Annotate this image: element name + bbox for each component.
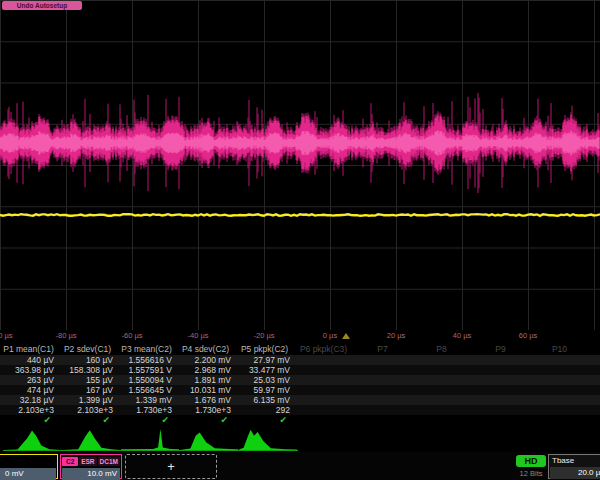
measure-param-header[interactable]: P3 mean(C2) [118,344,177,355]
measure-value-cell: 32.18 µV [0,395,59,405]
measure-value-cell: 33.477 mV [236,365,295,375]
c2-vertical-scale: 10.0 mV [62,468,120,480]
measure-value-cell [354,405,413,415]
histicon-thumbnail[interactable] [239,427,298,452]
measure-value-cell: 1.730e+3 [118,405,177,415]
measure-status-check [472,415,531,426]
histicon-thumbnail[interactable] [121,427,180,452]
time-axis-label: 0 µs [323,331,337,340]
measure-value-cell: 1.676 mV [177,395,236,405]
measure-status-check: ✔ [177,415,236,426]
time-axis: -100 µs-80 µs-60 µs-40 µs-20 µs0 µs20 µs… [0,330,600,344]
measure-value-cell: 263 µV [0,375,59,385]
measure-table: P1 mean(C1)P2 sdev(C1)P3 mean(C2)P4 sdev… [0,344,600,427]
measure-value-cell [295,385,354,395]
measure-value-cell [531,365,590,375]
measure-value-cell: 6.135 mV [236,395,295,405]
measure-param-header[interactable]: P5 pkpk(C2) [236,344,295,355]
measure-value-cell [354,365,413,375]
measure-param-header[interactable]: P11 [590,344,600,355]
measure-status-check [295,415,354,426]
measure-value-cell [472,405,531,415]
measure-status-check: ✔ [236,415,295,426]
measure-value-cell: 474 µV [0,385,59,395]
hd-bits-label: 12 Bits [512,469,550,478]
histicon-row [0,427,600,452]
measure-param-header[interactable]: P10 [531,344,590,355]
measure-param-header[interactable]: P7 [354,344,413,355]
measure-status-check: ✔ [59,415,118,426]
waveform-traces [0,0,600,330]
measure-value-cell: 59.97 mV [236,385,295,395]
measure-value-cell [472,355,531,365]
time-axis-label: -80 µs [56,331,77,340]
histicon-thumbnail[interactable] [180,427,239,452]
channel-c2-descriptor[interactable]: C2 ESR DC1M 10.0 mV [60,454,122,479]
measure-value-cell: 2.103e+3 [0,405,59,415]
measure-value-cell: 1.557591 V [118,365,177,375]
measure-value-cell [472,385,531,395]
measure-param-header[interactable]: P2 sdev(C1) [59,344,118,355]
time-axis-label: -60 µs [122,331,143,340]
measure-value-cell [354,395,413,405]
measure-value-cell [354,375,413,385]
measure-status-check [531,415,590,426]
measure-value-cell: 158.308 µV [59,365,118,375]
measure-value-cell [590,395,600,405]
measure-value-cell [531,375,590,385]
time-axis-label: -40 µs [188,331,209,340]
measure-value-cell [295,375,354,385]
measure-value-cell [531,385,590,395]
measure-value-cell [590,385,600,395]
measure-param-header[interactable]: P1 mean(C1) [0,344,59,355]
measure-value-cell: 2.103e+3 [59,405,118,415]
measure-value-cell: 1.550094 V [118,375,177,385]
measure-value-cell: 2.200 mV [177,355,236,365]
measure-value-cell [531,395,590,405]
timebase-descriptor[interactable]: Tbase 20.0 µs [548,454,600,479]
trigger-position-marker[interactable] [342,333,350,339]
measure-value-cell [354,385,413,395]
measure-value-cell [531,355,590,365]
measure-param-header[interactable]: P4 sdev(C2) [177,344,236,355]
measure-value-cell: 160 µV [59,355,118,365]
measure-value-cell [472,365,531,375]
timebase-label: Tbase [549,455,600,466]
measure-value-cell [472,375,531,385]
measure-value-cell: 27.97 mV [236,355,295,365]
channel-c1-descriptor[interactable]: C1 DC1M 0 mV [0,454,58,479]
measure-value-cell [590,405,600,415]
measure-value-cell [413,355,472,365]
measure-value-cell: 2.968 mV [177,365,236,375]
measure-value-cell: 440 µV [0,355,59,365]
measure-value-cell [413,365,472,375]
measure-value-cell [295,355,354,365]
measure-value-cell [590,355,600,365]
measure-param-header[interactable]: P9 [472,344,531,355]
waveform-grid[interactable]: Undo Autosetup [0,0,600,330]
measure-value-cell [472,395,531,405]
measure-param-header[interactable]: P6 pkpk(C3) [295,344,354,355]
undo-autosetup-button[interactable]: Undo Autosetup [2,1,82,10]
measure-value-cell [413,385,472,395]
time-axis-label: 20 µs [387,331,406,340]
measure-value-cell: 10.031 mV [177,385,236,395]
measure-value-cell [295,405,354,415]
measure-param-header[interactable]: P8 [413,344,472,355]
histicon-thumbnail[interactable] [62,427,121,452]
add-trace-button[interactable]: + [125,454,217,479]
histicon-thumbnail[interactable] [3,427,62,452]
measure-status-check [354,415,413,426]
measure-value-cell [590,365,600,375]
measure-value-cell: 1.891 mV [177,375,236,385]
time-axis-label: -20 µs [254,331,275,340]
c2-coupling-badge: DC1M [98,457,120,466]
measure-value-cell: 1.339 mV [118,395,177,405]
measure-value-cell [354,355,413,365]
measure-value-cell: 167 µV [59,385,118,395]
measure-value-cell [413,405,472,415]
c2-esr-badge: ESR [79,457,96,466]
measure-value-cell: 1.556616 V [118,355,177,365]
measure-value-cell: 155 µV [59,375,118,385]
measure-value-cell [413,395,472,405]
